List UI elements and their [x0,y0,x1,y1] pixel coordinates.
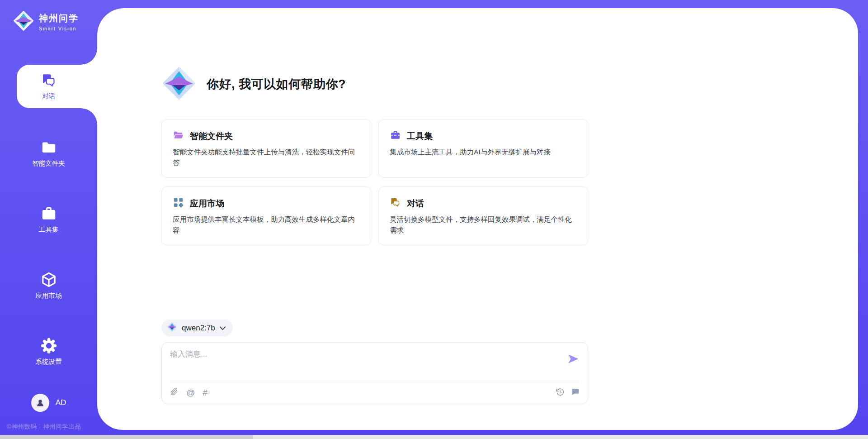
user-profile[interactable]: AD [0,394,97,412]
card-title: 应用市场 [190,198,224,210]
main-content: 你好, 我可以如何帮助你? 智能文件夹 智能文件夹功能支持批量文件上传与清洗，轻… [161,0,588,404]
gem-model-icon [167,322,177,334]
gem-logo-icon [13,10,34,33]
message-input[interactable] [170,349,567,373]
chat-square-icon [571,387,580,398]
copyright-text: ©神州数码 · 神州问学出品 [7,423,81,431]
card-app-market[interactable]: 应用市场 应用市场提供丰富长文本模板，助力高效生成多样化文章内容 [161,186,371,245]
send-button[interactable] [567,353,580,365]
toolbox-icon [40,205,57,222]
feature-cards: 智能文件夹 智能文件夹功能支持批量文件上传与清洗，轻松实现文件问答 工具集 [161,119,588,245]
feedback-button[interactable] [571,387,580,398]
toolbox-icon [390,129,401,143]
topic-button[interactable]: # [203,388,208,397]
chat-bubbles-icon [390,197,401,210]
sidebar-item-toolset[interactable]: 工具集 [0,198,97,241]
cube-icon [40,271,57,288]
sidebar: 神州问学 Smart Vision 对话 [0,0,97,439]
apps-grid-icon [173,197,184,210]
history-clock-icon [556,387,565,398]
card-description: 应用市场提供丰富长文本模板，助力高效生成多样化文章内容 [173,214,360,236]
app-window: 神州问学 Smart Vision 对话 [0,0,868,439]
card-toolset[interactable]: 工具集 集成市场上主流工具，助力AI与外界无缝扩展与对接 [378,119,588,178]
sidebar-item-label: 应用市场 [36,291,62,300]
greeting-title: 你好, 我可以如何帮助你? [207,76,346,92]
folder-open-icon [173,129,184,143]
sidebar-item-label: 系统设置 [36,358,62,366]
brand-subtitle: Smart Vision [39,26,79,31]
card-description: 灵活切换多模型文件，支持多样回复效果调试，满足个性化需求 [390,214,577,236]
sidebar-item-app-market[interactable]: 应用市场 [0,264,97,307]
gem-hero-icon [161,66,197,103]
horizontal-scrollbar[interactable] [0,435,868,439]
attach-file-button[interactable] [170,387,179,397]
card-description: 智能文件夹功能支持批量文件上传与清洗，轻松实现文件问答 [173,147,360,168]
brand-logo: 神州问学 Smart Vision [13,10,79,33]
card-title: 对话 [407,198,424,210]
sidebar-item-label: 工具集 [39,225,59,234]
card-chat[interactable]: 对话 灵活切换多模型文件，支持多样回复效果调试，满足个性化需求 [378,186,588,245]
model-selector[interactable]: qwen2:7b [161,320,233,336]
user-name: AD [56,398,66,407]
active-tab-background [17,65,97,108]
composer-divider [170,381,580,381]
history-button[interactable] [556,387,565,398]
folder-icon [40,139,57,156]
card-description: 集成市场上主流工具，助力AI与外界无缝扩展与对接 [390,147,577,157]
scrollbar-thumb[interactable] [0,435,253,439]
message-composer: @ # [161,342,588,404]
greeting: 你好, 我可以如何帮助你? [161,66,588,103]
card-title: 智能文件夹 [190,130,233,142]
sidebar-item-smart-folder[interactable]: 智能文件夹 [0,132,97,175]
card-title: 工具集 [407,130,433,142]
brand-name: 神州问学 [39,12,79,24]
paperclip-icon [170,387,179,397]
gear-icon [40,337,57,354]
sidebar-item-label: 对话 [42,92,55,100]
chevron-down-icon [220,324,226,332]
sidebar-item-label: 智能文件夹 [32,159,65,168]
sidebar-item-settings[interactable]: 系统设置 [0,330,97,373]
chat-bubbles-icon [41,72,57,89]
tab-curve-bottom [81,108,97,124]
model-name: qwen2:7b [182,324,215,333]
tab-curve-top [81,48,97,65]
avatar [31,394,49,412]
mention-button[interactable]: @ [186,388,195,397]
sidebar-item-chat[interactable]: 对话 [0,65,97,108]
at-icon: @ [186,388,195,397]
card-smart-folder[interactable]: 智能文件夹 智能文件夹功能支持批量文件上传与清洗，轻松实现文件问答 [161,119,371,178]
hash-icon: # [203,388,208,397]
